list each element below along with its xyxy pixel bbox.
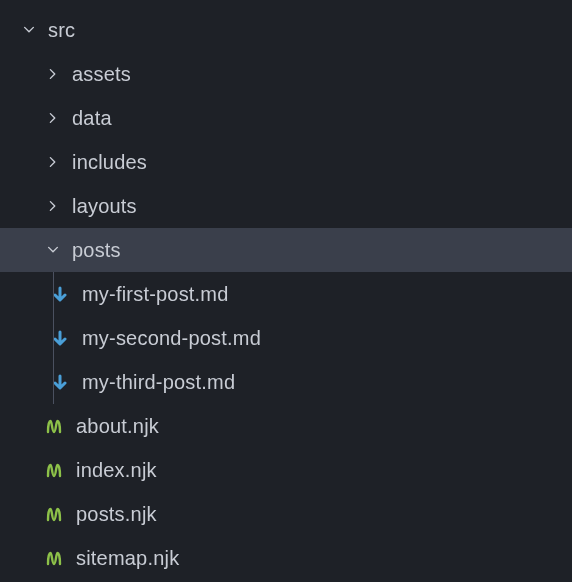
nunjucks-file-icon xyxy=(44,460,64,480)
nunjucks-file-icon xyxy=(44,416,64,436)
folder-includes[interactable]: includes xyxy=(0,140,572,184)
file-my-third-post[interactable]: my-third-post.md xyxy=(0,360,572,404)
file-label: my-first-post.md xyxy=(82,272,229,316)
folder-layouts[interactable]: layouts xyxy=(0,184,572,228)
folder-posts[interactable]: posts xyxy=(0,228,572,272)
folder-data[interactable]: data xyxy=(0,96,572,140)
file-label: index.njk xyxy=(76,448,157,492)
folder-label: layouts xyxy=(72,184,137,228)
posts-children: my-first-post.md my-second-post.md my-th… xyxy=(0,272,572,404)
folder-assets[interactable]: assets xyxy=(0,52,572,96)
file-explorer-tree: src assets data includes layouts posts xyxy=(0,0,572,580)
folder-label: posts xyxy=(72,228,121,272)
folder-label: data xyxy=(72,96,112,140)
markdown-file-icon xyxy=(50,328,70,348)
file-sitemap-njk[interactable]: sitemap.njk xyxy=(0,536,572,580)
chevron-right-icon xyxy=(44,109,62,127)
file-label: posts.njk xyxy=(76,492,157,536)
markdown-file-icon xyxy=(50,372,70,392)
file-my-second-post[interactable]: my-second-post.md xyxy=(0,316,572,360)
chevron-down-icon xyxy=(20,21,38,39)
file-posts-njk[interactable]: posts.njk xyxy=(0,492,572,536)
folder-label: assets xyxy=(72,52,131,96)
file-label: my-third-post.md xyxy=(82,360,235,404)
chevron-right-icon xyxy=(44,197,62,215)
file-label: about.njk xyxy=(76,404,159,448)
nunjucks-file-icon xyxy=(44,504,64,524)
folder-label: includes xyxy=(72,140,147,184)
markdown-file-icon xyxy=(50,284,70,304)
chevron-down-icon xyxy=(44,241,62,259)
file-my-first-post[interactable]: my-first-post.md xyxy=(0,272,572,316)
file-label: sitemap.njk xyxy=(76,536,179,580)
folder-label: src xyxy=(48,8,75,52)
file-index-njk[interactable]: index.njk xyxy=(0,448,572,492)
chevron-right-icon xyxy=(44,65,62,83)
file-about-njk[interactable]: about.njk xyxy=(0,404,572,448)
nunjucks-file-icon xyxy=(44,548,64,568)
folder-src[interactable]: src xyxy=(0,8,572,52)
file-label: my-second-post.md xyxy=(82,316,261,360)
chevron-right-icon xyxy=(44,153,62,171)
